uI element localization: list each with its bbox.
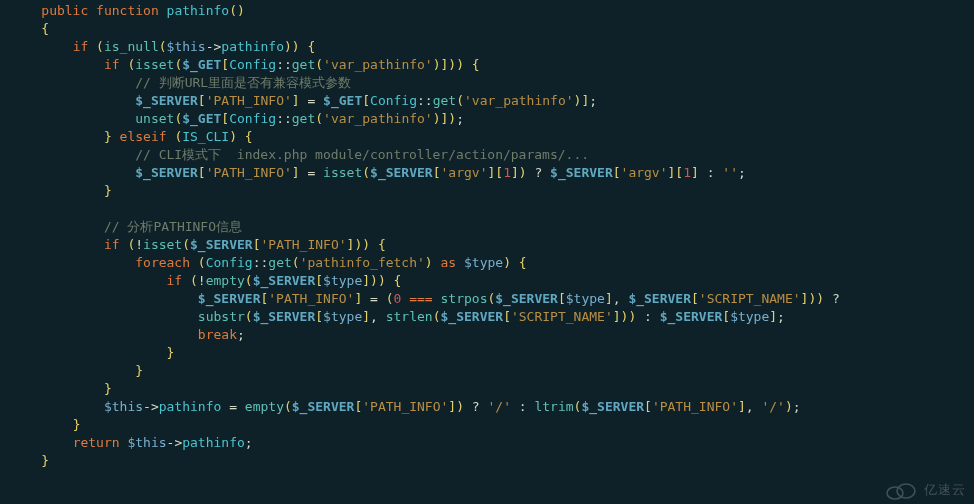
var-server: $_SERVER	[253, 309, 316, 324]
kw-function: function	[96, 3, 159, 18]
str-empty: ''	[722, 165, 738, 180]
kw-if: if	[167, 273, 183, 288]
str: 'PATH_INFO'	[206, 93, 292, 108]
str: '/'	[487, 399, 510, 414]
var-server: $_SERVER	[370, 165, 433, 180]
str: 'var_pathinfo'	[464, 93, 574, 108]
code-block: public function pathinfo() { if (is_null…	[0, 0, 974, 470]
str: 'PATH_INFO'	[206, 165, 292, 180]
var-server: $_SERVER	[495, 291, 558, 306]
str: 'PATH_INFO'	[652, 399, 738, 414]
fn-ltrim: ltrim	[534, 399, 573, 414]
kw-public: public	[41, 3, 88, 18]
var-server: $_SERVER	[441, 309, 504, 324]
kw-if: if	[104, 237, 120, 252]
str: 'PATH_INFO'	[362, 399, 448, 414]
num: 0	[394, 291, 402, 306]
var-type: $type	[566, 291, 605, 306]
kw-foreach: foreach	[135, 255, 190, 270]
svg-point-1	[897, 484, 915, 498]
fn-strpos: strpos	[441, 291, 488, 306]
fn-get: get	[433, 93, 456, 108]
var-server: $_SERVER	[660, 309, 723, 324]
fn-empty: empty	[206, 273, 245, 288]
fn-substr: substr	[198, 309, 245, 324]
str: 'argv'	[621, 165, 668, 180]
str: 'var_pathinfo'	[323, 111, 433, 126]
var-server: $_SERVER	[198, 291, 261, 306]
fn-get: get	[268, 255, 291, 270]
kw-if: if	[104, 57, 120, 72]
str: 'var_pathinfo'	[323, 57, 433, 72]
prop-pathinfo: pathinfo	[221, 39, 284, 54]
cls-config: Config	[229, 57, 276, 72]
num: 1	[503, 165, 511, 180]
prop-pathinfo: pathinfo	[182, 435, 245, 450]
var-this: $this	[127, 435, 166, 450]
cloud-icon	[882, 480, 918, 500]
str: '/'	[761, 399, 784, 414]
comment-line: // 判断URL里面是否有兼容模式参数	[135, 75, 351, 90]
var-server: $_SERVER	[628, 291, 691, 306]
fn-isset: isset	[323, 165, 362, 180]
const-iscli: IS_CLI	[182, 129, 229, 144]
comment-line: // 分析PATHINFO信息	[104, 219, 242, 234]
var-this: $this	[104, 399, 143, 414]
var-server: $_SERVER	[190, 237, 253, 252]
str: 'argv'	[441, 165, 488, 180]
var-server: $_SERVER	[550, 165, 613, 180]
op-identical: ===	[409, 291, 432, 306]
kw-if: if	[73, 39, 89, 54]
str: 'pathinfo_fetch'	[300, 255, 425, 270]
var-server: $_SERVER	[292, 399, 355, 414]
comment-line: // CLI模式下 index.php module/controller/ac…	[135, 147, 589, 162]
var-server: $_SERVER	[135, 93, 198, 108]
var-type: $type	[323, 309, 362, 324]
watermark-text: 亿速云	[924, 481, 966, 499]
var-type: $type	[730, 309, 769, 324]
fn-isnull: is_null	[104, 39, 159, 54]
var-server: $_SERVER	[135, 165, 198, 180]
fn-unset: unset	[135, 111, 174, 126]
fn-strlen: strlen	[386, 309, 433, 324]
num: 1	[683, 165, 691, 180]
var-get: $_GET	[182, 111, 221, 126]
cls-config: Config	[206, 255, 253, 270]
var-type: $type	[323, 273, 362, 288]
kw-elseif: elseif	[120, 129, 167, 144]
var-this: $this	[167, 39, 206, 54]
kw-return: return	[73, 435, 120, 450]
str: 'SCRIPT_NAME'	[699, 291, 801, 306]
fn-empty: empty	[245, 399, 284, 414]
var-get: $_GET	[323, 93, 362, 108]
fn-get: get	[292, 57, 315, 72]
kw-as: as	[441, 255, 457, 270]
cls-config: Config	[229, 111, 276, 126]
str: 'PATH_INFO'	[260, 237, 346, 252]
var-server: $_SERVER	[581, 399, 644, 414]
str: 'SCRIPT_NAME'	[511, 309, 613, 324]
str: 'PATH_INFO'	[268, 291, 354, 306]
prop-pathinfo: pathinfo	[159, 399, 222, 414]
kw-break: break	[198, 327, 237, 342]
var-get: $_GET	[182, 57, 221, 72]
cls-config: Config	[370, 93, 417, 108]
fn-isset: isset	[135, 57, 174, 72]
func-name: pathinfo	[167, 3, 230, 18]
fn-isset: isset	[143, 237, 182, 252]
var-server: $_SERVER	[253, 273, 316, 288]
brace-open: {	[41, 21, 49, 36]
watermark: 亿速云	[882, 480, 966, 500]
fn-get: get	[292, 111, 315, 126]
var-type: $type	[464, 255, 503, 270]
